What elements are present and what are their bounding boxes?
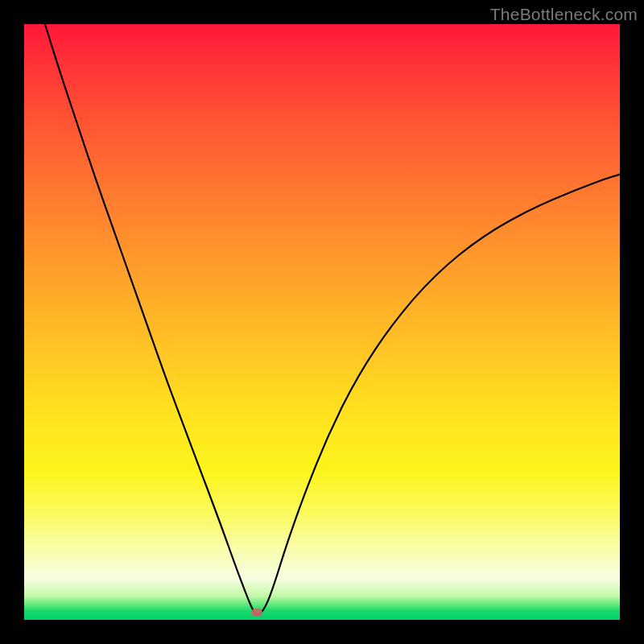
bottleneck-curve [24,24,620,620]
chart-frame: TheBottleneck.com [0,0,644,644]
optimal-point-marker [251,609,262,617]
plot-area [24,24,620,620]
watermark-text: TheBottleneck.com [490,5,638,24]
